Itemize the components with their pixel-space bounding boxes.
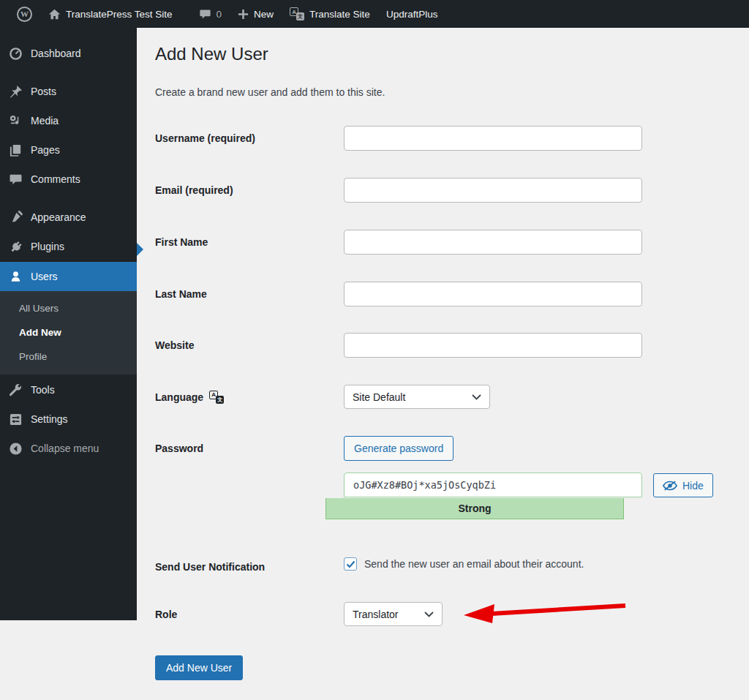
row-password: Password Generate password (155, 436, 749, 461)
notification-label: Send User Notification (155, 554, 342, 579)
collapse-menu-label: Collapse menu (31, 443, 99, 454)
home-icon (48, 8, 61, 20)
plugin-icon (8, 239, 23, 254)
row-notification: Send User Notification Send the new user… (155, 554, 749, 579)
translate-icon: A文 (290, 7, 304, 20)
hide-password-button[interactable]: Hide (653, 473, 713, 497)
sidebar-label-settings: Settings (31, 413, 68, 425)
sidebar-item-comments[interactable]: Comments (0, 165, 137, 194)
add-new-label: Add New (19, 327, 61, 338)
sidebar-item-users[interactable]: Users (0, 262, 137, 291)
sidebar-collapse-menu[interactable]: Collapse menu (0, 434, 137, 463)
site-name-link[interactable]: TranslatePress Test Site (40, 0, 181, 28)
password-field[interactable] (344, 473, 642, 497)
language-label: Language A文 (155, 385, 342, 410)
row-language: Language A文 Site Default (155, 385, 749, 410)
sidebar-label-posts: Posts (31, 86, 56, 97)
wordpress-menu[interactable]: W (9, 0, 40, 28)
email-label: Email (required) (155, 178, 342, 203)
admin-bar-updraftplus[interactable]: UpdraftPlus (378, 0, 446, 28)
submenu-profile[interactable]: Profile (0, 345, 137, 369)
submenu-all-users[interactable]: All Users (0, 296, 137, 320)
wordpress-logo-icon: W (17, 7, 32, 22)
comment-icon (8, 172, 23, 187)
website-field[interactable] (344, 333, 642, 358)
password-label: Password (155, 436, 342, 461)
role-selected-value: Translator (353, 609, 399, 620)
first-name-field[interactable] (344, 230, 642, 255)
language-label-text: Language (155, 385, 203, 410)
active-menu-notch (137, 243, 143, 256)
admin-sidebar: Dashboard Posts Media Pages Comments App… (0, 28, 137, 620)
row-last-name: Last Name (155, 282, 749, 306)
row-role: Role Translator (155, 602, 749, 627)
sidebar-label-tools: Tools (31, 384, 55, 396)
plus-icon (238, 9, 249, 20)
username-field[interactable] (344, 126, 642, 151)
users-submenu: All Users Add New Profile (0, 291, 137, 375)
generate-password-button[interactable]: Generate password (344, 436, 453, 461)
sidebar-label-users: Users (31, 271, 58, 282)
wrench-icon (8, 383, 23, 397)
updraftplus-label: UpdraftPlus (386, 9, 438, 20)
admin-bar-translate-site[interactable]: A文 Translate Site (282, 0, 378, 28)
role-select[interactable]: Translator (344, 602, 443, 626)
password-strength-indicator: Strong (325, 498, 624, 519)
translate-icon: A文 (209, 391, 224, 404)
username-label: Username (required) (155, 126, 342, 151)
dashboard-icon (8, 46, 23, 61)
sidebar-item-appearance[interactable]: Appearance (0, 203, 137, 232)
row-username: Username (required) (155, 126, 749, 151)
page-title: Add New User (155, 44, 268, 64)
send-notification-checkbox[interactable] (344, 557, 357, 571)
pin-icon (8, 84, 23, 99)
notification-text: Send the new user an email about their a… (364, 558, 584, 570)
sidebar-item-pages[interactable]: Pages (0, 135, 137, 165)
brush-icon (8, 210, 23, 225)
eye-slash-icon (663, 480, 677, 492)
role-label: Role (155, 602, 342, 627)
sidebar-label-pages: Pages (31, 144, 60, 156)
page-subtitle: Create a brand new user and add them to … (155, 86, 385, 98)
translate-site-label: Translate Site (309, 9, 370, 20)
sidebar-label-media: Media (31, 115, 59, 127)
chevron-down-icon (424, 611, 434, 617)
admin-bar-new[interactable]: New (230, 0, 282, 28)
collapse-arrow-icon (8, 441, 23, 456)
website-label: Website (155, 333, 342, 358)
comments-count: 0 (217, 9, 222, 20)
profile-label: Profile (19, 351, 47, 362)
language-selected-value: Site Default (353, 391, 405, 403)
chevron-down-icon (472, 394, 481, 400)
sidebar-item-tools[interactable]: Tools (0, 375, 137, 404)
sidebar-label-plugins: Plugins (31, 241, 64, 252)
email-field[interactable] (344, 178, 642, 203)
media-icon (8, 113, 23, 128)
content-area: Add New User Create a brand new user and… (137, 28, 749, 700)
row-website: Website (155, 333, 749, 358)
notification-option: Send the new user an email about their a… (344, 557, 584, 571)
last-name-field[interactable] (344, 282, 642, 306)
pages-icon (8, 143, 23, 157)
submenu-add-new[interactable]: Add New (0, 320, 137, 345)
add-new-user-button[interactable]: Add New User (155, 655, 243, 680)
admin-bar-comments[interactable]: 0 (191, 0, 230, 28)
all-users-label: All Users (19, 303, 59, 314)
first-name-label: First Name (155, 230, 342, 255)
user-icon (8, 269, 23, 284)
sidebar-label-comments: Comments (31, 173, 80, 185)
sidebar-item-plugins[interactable]: Plugins (0, 232, 137, 261)
checkmark-icon (346, 560, 355, 568)
language-select[interactable]: Site Default (344, 385, 490, 409)
last-name-label: Last Name (155, 282, 342, 306)
sidebar-item-media[interactable]: Media (0, 106, 137, 135)
sidebar-item-settings[interactable]: Settings (0, 404, 137, 434)
row-first-name: First Name (155, 230, 749, 255)
sidebar-item-posts[interactable]: Posts (0, 77, 137, 106)
comments-bubble-icon (199, 8, 211, 20)
row-password-value: Hide (155, 473, 749, 497)
sidebar-label-appearance: Appearance (31, 211, 86, 223)
new-label: New (254, 9, 274, 20)
sidebar-item-dashboard[interactable]: Dashboard (0, 39, 137, 68)
hide-button-label: Hide (682, 480, 704, 492)
